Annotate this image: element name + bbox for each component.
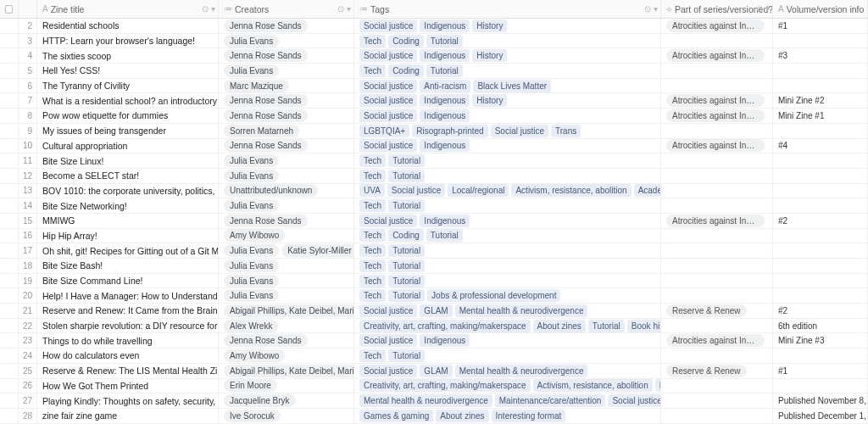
tags-cell[interactable]: TechCodingTutorial [354, 229, 661, 243]
series-cell[interactable] [661, 64, 773, 78]
tag-pill[interactable]: Games & gaming [359, 410, 433, 422]
creators-cell[interactable]: Ive Sorocuk [219, 409, 354, 423]
series-cell[interactable] [661, 243, 773, 258]
tag-pill[interactable]: Mental health & neurodivergence [455, 365, 588, 377]
creators-cell[interactable]: Julia Evans [219, 169, 354, 183]
tag-pill[interactable]: Indigenous [420, 109, 470, 122]
series-cell[interactable]: Atrocities against Indigenous Canadia [661, 19, 773, 33]
title-cell[interactable]: Reserve & Renew: The LIS Mental Health Z… [37, 364, 219, 378]
table-row[interactable]: 6The Tyranny of CivilityMarc MaziqueSoci… [0, 79, 868, 94]
creators-cell[interactable]: Amy Wibowo [219, 349, 354, 363]
title-cell[interactable]: Playing Kindly: Thoughts on safety, secu… [37, 393, 219, 408]
creator-pill[interactable]: Jacqueline Bryk [224, 394, 296, 407]
title-cell[interactable]: How do calculators even [37, 349, 219, 363]
title-cell[interactable]: The sixties scoop [37, 48, 219, 63]
series-cell[interactable] [661, 259, 773, 273]
series-pill[interactable]: Atrocities against Indigenous Canadia [666, 94, 765, 107]
tags-cell[interactable]: Social justiceIndigenousHistory [354, 93, 661, 108]
tags-cell[interactable]: TechTutorial [354, 169, 661, 183]
tag-pill[interactable]: Tutorial [388, 349, 425, 362]
tag-pill[interactable]: Tech [359, 229, 386, 242]
creator-pill[interactable]: Julia Evans [224, 289, 279, 302]
tags-cell[interactable]: Mental health & neurodivergenceMaintenan… [354, 393, 661, 408]
tag-pill[interactable]: Tech [359, 275, 386, 287]
row-checkbox-cell[interactable] [0, 274, 19, 288]
tags-cell[interactable]: Social justiceIndigenous [354, 139, 661, 153]
tags-cell[interactable]: TechTutorial [354, 153, 661, 168]
creators-cell[interactable]: Jenna Rose Sands [219, 48, 354, 63]
tags-cell[interactable]: TechTutorial [354, 259, 661, 273]
title-cell[interactable]: MMIWG [37, 214, 219, 228]
tags-cell[interactable]: TechTutorialJobs & professional developm… [354, 288, 661, 303]
table-row[interactable]: 8Pow wow etiquette for dummiesJenna Rose… [0, 109, 868, 124]
table-row[interactable]: 13BOV 1010: the corporate university, po… [0, 184, 868, 199]
tags-cell[interactable]: TechCodingTutorial [354, 64, 661, 78]
volume-cell[interactable] [773, 124, 868, 138]
tag-pill[interactable]: Jobs & professional development [427, 289, 560, 302]
tag-pill[interactable]: UVA [359, 184, 385, 197]
series-cell[interactable] [661, 319, 773, 333]
creators-cell[interactable]: Julia Evans [219, 274, 354, 288]
title-cell[interactable]: My issues of being transgender [37, 124, 219, 138]
table-row[interactable]: 4The sixties scoopJenna Rose SandsSocial… [0, 48, 868, 64]
tag-pill[interactable]: Coding [388, 64, 424, 77]
tags-cell[interactable]: Creativity, art, crafting, making/makers… [354, 379, 661, 393]
creators-cell[interactable]: Jenna Rose Sands [219, 214, 354, 228]
series-pill[interactable]: Reserve & Renew [666, 365, 747, 377]
row-checkbox-cell[interactable] [0, 409, 19, 423]
tags-cell[interactable]: Games & gamingAbout zinesInteresting for… [354, 409, 661, 423]
tag-pill[interactable]: Social justice [491, 125, 548, 137]
creator-pill[interactable]: Julia Evans [224, 244, 279, 257]
tag-pill[interactable]: Mental health & neurodivergence [359, 394, 492, 407]
tags-cell[interactable]: Social justiceIndigenousHistory [354, 19, 661, 33]
tag-pill[interactable]: About zines [436, 410, 488, 422]
tag-pill[interactable]: Social justice [359, 215, 417, 227]
volume-cell[interactable]: #1 [773, 19, 868, 33]
row-checkbox-cell[interactable] [0, 184, 19, 198]
tag-pill[interactable]: Social justice [387, 184, 445, 197]
title-cell[interactable]: Pow wow etiquette for dummies [37, 109, 219, 123]
tags-cell[interactable]: Social justiceIndigenous [354, 214, 661, 228]
table-row[interactable]: 11Bite Size Linux!Julia EvansTechTutoria… [0, 153, 868, 169]
creator-pill[interactable]: Marc Mazique [224, 80, 289, 92]
row-checkbox-cell[interactable] [0, 48, 19, 63]
title-cell[interactable]: Bite Size Command Line! [37, 274, 219, 288]
tag-pill[interactable]: Social justice [359, 365, 417, 377]
creator-pill[interactable]: Julia Evans [224, 275, 279, 287]
tag-pill[interactable]: LGBTQIA+ [359, 125, 409, 137]
tag-pill[interactable]: Tutorial [588, 320, 625, 332]
creators-cell[interactable]: Julia Evans [219, 153, 354, 168]
header-title[interactable]: A Zine title ⊙ ▾ [37, 0, 219, 18]
tag-pill[interactable]: Tutorial [426, 35, 463, 47]
tag-pill[interactable]: Creativity, art, crafting, making/makers… [359, 379, 531, 392]
table-row[interactable]: 25Reserve & Renew: The LIS Mental Health… [0, 364, 868, 379]
row-checkbox-cell[interactable] [0, 288, 19, 303]
tag-pill[interactable]: Social justice [359, 49, 417, 62]
creator-pill[interactable]: Julia Evans [224, 154, 279, 167]
volume-cell[interactable] [773, 259, 868, 273]
tags-cell[interactable]: TechCodingTutorial [354, 34, 661, 48]
series-pill[interactable]: Atrocities against Indigenous Canadia [666, 109, 765, 122]
row-checkbox-cell[interactable] [0, 393, 19, 408]
tag-pill[interactable]: Tech [359, 199, 386, 212]
volume-cell[interactable]: Mini Zine #3 [773, 333, 868, 348]
row-checkbox-cell[interactable] [0, 214, 19, 228]
volume-cell[interactable]: #2 [773, 214, 868, 228]
tag-pill[interactable]: Tech [359, 64, 386, 77]
select-all-checkbox[interactable] [5, 5, 13, 14]
tag-pill[interactable]: Indigenous [420, 215, 470, 227]
tag-pill[interactable]: Social justice [359, 20, 417, 32]
creator-pill[interactable]: Jenna Rose Sands [224, 20, 308, 32]
creators-cell[interactable]: Jenna Rose Sands [219, 109, 354, 123]
creators-cell[interactable]: Abigail Phillips, Kate Deibel, Marisol M… [219, 364, 354, 378]
series-pill[interactable]: Atrocities against Indigenous Canadia [666, 215, 765, 227]
volume-cell[interactable]: #1 [773, 364, 868, 378]
title-cell[interactable]: Cultural appropriation [37, 139, 219, 153]
table-row[interactable]: 17Oh shit, git! Recipes for Gitting out … [0, 243, 868, 259]
table-row[interactable]: 27Playing Kindly: Thoughts on safety, se… [0, 393, 868, 409]
tag-pill[interactable]: Anti-racism [420, 80, 470, 92]
tag-pill[interactable]: About zines [533, 320, 586, 332]
tag-pill[interactable]: Tech [359, 259, 386, 272]
creators-cell[interactable]: Abigail Phillips, Kate Deibel, Marisol M… [219, 304, 354, 318]
creators-cell[interactable]: Marc Mazique [219, 79, 354, 93]
